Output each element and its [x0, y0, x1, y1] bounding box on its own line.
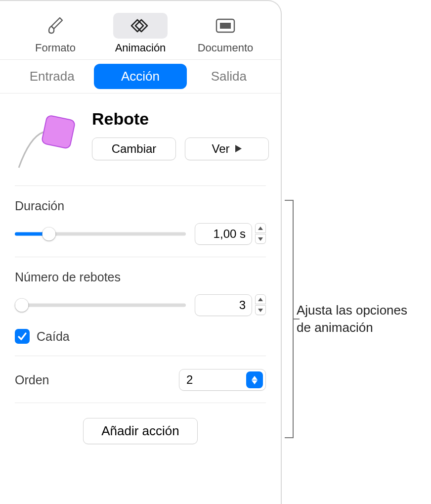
decay-checkbox[interactable]: [15, 329, 30, 344]
bounces-step-down[interactable]: [255, 305, 266, 315]
bounces-label: Número de rebotes: [15, 270, 266, 284]
bounces-slider[interactable]: [15, 299, 186, 311]
effect-thumbnail: [15, 107, 79, 172]
order-label: Orden: [15, 373, 49, 387]
duration-step-down[interactable]: [255, 234, 266, 244]
tab-action[interactable]: Acción: [94, 64, 186, 89]
effect-header: Rebote Cambiar Ver: [15, 107, 266, 186]
animation-tabs: Entrada Acción Salida: [0, 59, 281, 93]
bounces-block: Número de rebotes: [15, 257, 266, 356]
tab-format[interactable]: Formato: [18, 10, 92, 54]
tab-document-label: Documento: [198, 42, 254, 54]
callout-bracket: [285, 200, 294, 438]
duration-field[interactable]: [195, 223, 252, 245]
inspector-panel: Formato Animación Documento Entrada: [0, 0, 282, 504]
document-icon: [198, 13, 253, 39]
duration-slider[interactable]: [15, 228, 186, 240]
tab-build-in[interactable]: Entrada: [10, 64, 94, 89]
change-effect-button[interactable]: Cambiar: [92, 137, 176, 160]
order-block: Orden 2: [15, 356, 266, 403]
add-action-button[interactable]: Añadir acción: [83, 418, 198, 444]
inspector-body: Rebote Cambiar Ver Duración: [0, 93, 281, 454]
duration-step-up[interactable]: [255, 223, 266, 233]
effect-title: Rebote: [92, 109, 269, 129]
tab-build-out[interactable]: Salida: [187, 64, 271, 89]
tab-animation-label: Animación: [115, 42, 166, 54]
preview-label: Ver: [212, 142, 229, 156]
inspector-toolbar: Formato Animación Documento: [0, 1, 281, 59]
play-icon: [235, 142, 242, 156]
diamonds-icon: [113, 13, 168, 39]
order-value: 2: [179, 373, 244, 387]
decay-label: Caída: [37, 329, 70, 344]
preview-button[interactable]: Ver: [185, 137, 269, 160]
bounces-field[interactable]: [195, 294, 252, 316]
brush-icon: [28, 13, 83, 39]
tab-document[interactable]: Documento: [188, 10, 262, 54]
order-select[interactable]: 2: [179, 369, 266, 391]
updown-icon: [246, 371, 263, 388]
callout-text: Ajusta las opciones de animación: [297, 302, 425, 336]
duration-label: Duración: [15, 199, 266, 213]
tab-animation[interactable]: Animación: [103, 10, 177, 54]
svg-rect-1: [220, 23, 231, 29]
bounces-step-up[interactable]: [255, 294, 266, 304]
duration-block: Duración: [15, 186, 266, 257]
svg-rect-2: [42, 115, 76, 149]
tab-format-label: Formato: [35, 42, 76, 54]
